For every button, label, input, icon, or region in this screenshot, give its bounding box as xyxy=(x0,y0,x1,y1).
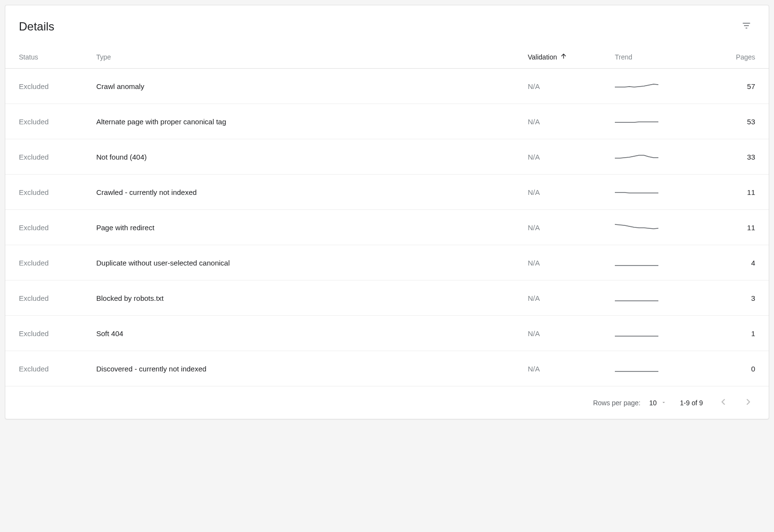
page-size-value: 10 xyxy=(649,399,657,407)
cell-type: Page with redirect xyxy=(96,223,528,232)
cell-pages: 33 xyxy=(687,153,755,161)
table-row[interactable]: ExcludedDiscovered - currently not index… xyxy=(5,351,769,386)
cell-status: Excluded xyxy=(19,259,96,267)
cell-status: Excluded xyxy=(19,188,96,196)
cell-status: Excluded xyxy=(19,153,96,161)
cell-pages: 57 xyxy=(687,82,755,90)
table-row[interactable]: ExcludedPage with redirectN/A11 xyxy=(5,210,769,245)
cell-status: Excluded xyxy=(19,294,96,302)
table-row[interactable]: ExcludedDuplicate without user-selected … xyxy=(5,245,769,281)
cell-status: Excluded xyxy=(19,365,96,373)
cell-pages: 0 xyxy=(687,365,755,373)
cell-type: Discovered - currently not indexed xyxy=(96,365,528,373)
table-row[interactable]: ExcludedSoft 404N/A1 xyxy=(5,316,769,351)
next-page-button[interactable] xyxy=(742,395,755,410)
cell-pages: 11 xyxy=(687,223,755,232)
details-card: Details Status Type Validation Trend Pag… xyxy=(5,5,769,419)
cell-validation: N/A xyxy=(528,188,615,196)
cell-validation: N/A xyxy=(528,365,615,373)
col-trend[interactable]: Trend xyxy=(615,53,687,61)
cell-validation: N/A xyxy=(528,259,615,267)
cell-pages: 53 xyxy=(687,118,755,126)
sparkline-icon xyxy=(615,326,658,340)
cell-trend xyxy=(615,256,687,269)
cell-pages: 3 xyxy=(687,294,755,302)
cell-trend xyxy=(615,362,687,375)
cell-validation: N/A xyxy=(528,82,615,90)
cell-type: Blocked by robots.txt xyxy=(96,294,528,302)
sparkline-icon xyxy=(615,185,658,199)
col-validation[interactable]: Validation xyxy=(528,52,615,61)
sort-asc-icon xyxy=(560,52,567,61)
table-row[interactable]: ExcludedCrawl anomalyN/A57 xyxy=(5,69,769,104)
col-validation-label: Validation xyxy=(528,53,557,61)
cell-status: Excluded xyxy=(19,223,96,232)
cell-type: Crawled - currently not indexed xyxy=(96,188,528,196)
cell-validation: N/A xyxy=(528,118,615,126)
cell-trend xyxy=(615,291,687,305)
cell-type: Duplicate without user-selected canonica… xyxy=(96,259,528,267)
sparkline-icon xyxy=(615,291,658,305)
cell-pages: 11 xyxy=(687,188,755,196)
cell-type: Crawl anomaly xyxy=(96,82,528,90)
col-type[interactable]: Type xyxy=(96,53,528,61)
table-row[interactable]: ExcludedCrawled - currently not indexedN… xyxy=(5,175,769,210)
sparkline-icon xyxy=(615,115,658,128)
pagination-bar: Rows per page: 10 1-9 of 9 xyxy=(5,386,769,419)
chevron-left-icon xyxy=(718,397,728,408)
cell-pages: 4 xyxy=(687,259,755,267)
filter-icon xyxy=(742,21,751,32)
cell-type: Not found (404) xyxy=(96,153,528,161)
table-row[interactable]: ExcludedBlocked by robots.txtN/A3 xyxy=(5,281,769,316)
cell-trend xyxy=(615,79,687,93)
card-header: Details xyxy=(5,5,769,45)
cell-validation: N/A xyxy=(528,153,615,161)
sparkline-icon xyxy=(615,362,658,375)
page-size-select[interactable]: 10 xyxy=(649,399,667,407)
cell-trend xyxy=(615,185,687,199)
page-nav xyxy=(716,395,755,410)
rows-per-page-label: Rows per page: xyxy=(593,399,640,407)
col-status[interactable]: Status xyxy=(19,53,96,61)
sparkline-icon xyxy=(615,79,658,93)
cell-validation: N/A xyxy=(528,223,615,232)
cell-trend xyxy=(615,221,687,234)
sparkline-icon xyxy=(615,256,658,269)
cell-status: Excluded xyxy=(19,118,96,126)
sparkline-icon xyxy=(615,221,658,234)
prev-page-button[interactable] xyxy=(716,395,730,410)
col-pages[interactable]: Pages xyxy=(687,53,755,61)
dropdown-icon xyxy=(661,399,667,407)
cell-status: Excluded xyxy=(19,82,96,90)
cell-pages: 1 xyxy=(687,329,755,338)
cell-validation: N/A xyxy=(528,329,615,338)
table-body: ExcludedCrawl anomalyN/A57ExcludedAltern… xyxy=(5,69,769,386)
cell-status: Excluded xyxy=(19,329,96,338)
card-title: Details xyxy=(19,20,54,33)
table-row[interactable]: ExcludedNot found (404)N/A33 xyxy=(5,139,769,175)
cell-trend xyxy=(615,326,687,340)
cell-type: Soft 404 xyxy=(96,329,528,338)
table-row[interactable]: ExcludedAlternate page with proper canon… xyxy=(5,104,769,139)
chevron-right-icon xyxy=(744,397,753,408)
cell-trend xyxy=(615,115,687,128)
page-range: 1-9 of 9 xyxy=(680,399,703,407)
sparkline-icon xyxy=(615,150,658,163)
filter-button[interactable] xyxy=(738,17,755,36)
table-header-row: Status Type Validation Trend Pages xyxy=(5,45,769,69)
cell-type: Alternate page with proper canonical tag xyxy=(96,118,528,126)
rows-per-page: Rows per page: 10 xyxy=(593,399,667,407)
cell-validation: N/A xyxy=(528,294,615,302)
cell-trend xyxy=(615,150,687,163)
